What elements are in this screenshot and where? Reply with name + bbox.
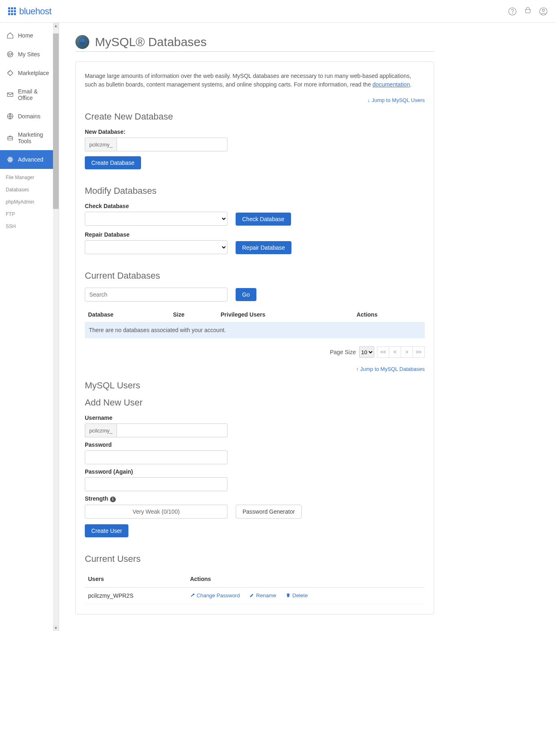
mysql-users-section-title: MySQL Users (85, 380, 425, 391)
sub-nav-ftp[interactable]: FTP (6, 208, 59, 220)
col-user-actions: Actions (187, 571, 425, 588)
intro-text: Manage large amounts of information over… (85, 72, 425, 89)
page-title: MySQL® Databases (95, 35, 207, 49)
new-database-input-group: pcilczmy_ (85, 137, 227, 151)
pager-next[interactable]: > (401, 346, 413, 358)
username-input[interactable] (117, 423, 227, 437)
nav-label: Advanced (18, 156, 43, 163)
sub-nav-file-manager[interactable]: File Manager (6, 171, 59, 184)
documentation-link[interactable]: documentation (373, 81, 410, 88)
scroll-up-icon[interactable]: ▲ (53, 23, 59, 29)
nav-marketing-tools[interactable]: Marketing Tools (0, 126, 59, 150)
app-grid-icon (8, 7, 16, 15)
db-prefix: pcilczmy_ (85, 137, 117, 151)
page-header: MySQL® Databases (75, 35, 434, 52)
password-again-input[interactable] (85, 477, 227, 491)
col-users: Users (85, 571, 187, 588)
page-size-select[interactable]: 10 (359, 346, 374, 358)
create-user-button[interactable]: Create User (85, 524, 128, 537)
intro-pre: Manage large amounts of information over… (85, 73, 411, 88)
password-generator-button[interactable]: Password Generator (236, 505, 302, 519)
sub-nav: File Manager Databases phpMyAdmin FTP SS… (0, 169, 59, 235)
pager-first[interactable]: << (377, 346, 389, 358)
rename-link[interactable]: Rename (249, 592, 276, 599)
scroll-down-icon[interactable]: ▼ (53, 625, 59, 631)
database-icon (75, 35, 89, 49)
user-name-cell: pcilczmy_WPR2S (85, 587, 187, 604)
tag-icon (7, 69, 14, 77)
svg-point-10 (7, 158, 13, 161)
nav-label: Marketing Tools (18, 131, 52, 144)
info-icon[interactable]: i (110, 497, 116, 502)
col-actions: Actions (353, 307, 425, 322)
nav-label: Email & Office (18, 88, 52, 101)
search-databases-input[interactable] (85, 288, 227, 302)
check-database-label: Check Database (85, 203, 227, 209)
jump-link-databases: ↑ Jump to MySQL Databases (85, 366, 425, 372)
strength-label: Strengthi (85, 495, 425, 502)
sub-nav-ssh[interactable]: SSH (6, 220, 59, 233)
jump-to-users-link[interactable]: ↓ Jump to MySQL Users (368, 97, 425, 103)
header: bluehost (0, 0, 556, 23)
svg-point-9 (10, 159, 11, 160)
cart-icon[interactable] (523, 7, 532, 16)
users-table: Users Actions pcilczmy_WPR2S Change Pass… (85, 571, 425, 605)
nav-label: My Sites (18, 51, 40, 58)
sub-nav-phpmyadmin[interactable]: phpMyAdmin (6, 196, 59, 208)
col-size: Size (170, 307, 218, 322)
globe-icon (7, 113, 14, 120)
new-database-input[interactable] (117, 137, 227, 151)
intro-post: . (410, 81, 412, 88)
svg-rect-6 (7, 93, 13, 97)
nav-my-sites[interactable]: My Sites (0, 45, 59, 64)
sub-nav-databases[interactable]: Databases (6, 184, 59, 196)
page-size-label: Page Size (330, 349, 356, 355)
nav-label: Home (18, 32, 33, 39)
current-users-section-title: Current Users (85, 554, 425, 564)
repair-database-label: Repair Database (85, 231, 227, 238)
nav-home[interactable]: Home (0, 26, 59, 45)
col-privileged: Privileged Users (217, 307, 353, 322)
scrollbar-thumb[interactable] (53, 33, 59, 209)
modify-db-section-title: Modify Databases (85, 186, 425, 196)
home-icon (7, 32, 14, 39)
pager-last[interactable]: >> (413, 346, 425, 358)
trash-icon (286, 593, 291, 598)
databases-table: Database Size Privileged Users Actions T… (85, 307, 425, 338)
jump-to-databases-link[interactable]: ↑ Jump to MySQL Databases (356, 366, 425, 372)
pencil-icon (249, 593, 254, 598)
delete-link[interactable]: Delete (286, 592, 308, 599)
nav-domains[interactable]: Domains (0, 107, 59, 126)
logo[interactable]: bluehost (8, 6, 51, 17)
go-button[interactable]: Go (236, 288, 256, 301)
nav-advanced[interactable]: Advanced (0, 150, 59, 169)
new-database-label: New Database: (85, 129, 425, 135)
nav-marketplace[interactable]: Marketplace (0, 64, 59, 82)
key-icon (190, 593, 195, 598)
repair-database-select[interactable] (85, 240, 227, 254)
account-icon[interactable] (539, 7, 548, 16)
help-icon[interactable] (508, 7, 517, 16)
user-row: pcilczmy_WPR2S Change Password Rename (85, 587, 425, 604)
jump-link-users: ↓ Jump to MySQL Users (85, 97, 425, 103)
pager-prev[interactable]: < (389, 346, 401, 358)
check-database-button[interactable]: Check Database (236, 213, 291, 226)
password-input[interactable] (85, 450, 227, 464)
mail-icon (7, 91, 14, 98)
username-label: Username (85, 415, 425, 421)
create-database-button[interactable]: Create Database (85, 156, 141, 169)
password-label: Password (85, 441, 425, 448)
wordpress-icon (7, 51, 14, 58)
current-db-section-title: Current Databases (85, 270, 425, 281)
nav-email-office[interactable]: Email & Office (0, 82, 59, 107)
main-panel: Manage large amounts of information over… (75, 62, 434, 614)
nav-label: Domains (18, 113, 40, 120)
col-database: Database (85, 307, 170, 322)
atom-icon (7, 156, 14, 163)
sidebar-scrollbar[interactable]: ▲ ▼ (53, 23, 59, 631)
repair-database-button[interactable]: Repair Database (236, 241, 291, 254)
check-database-select[interactable] (85, 212, 227, 226)
username-input-group: pcilczmy_ (85, 423, 227, 437)
change-password-link[interactable]: Change Password (190, 592, 240, 599)
main-content: MySQL® Databases Manage large amounts of… (59, 23, 450, 631)
